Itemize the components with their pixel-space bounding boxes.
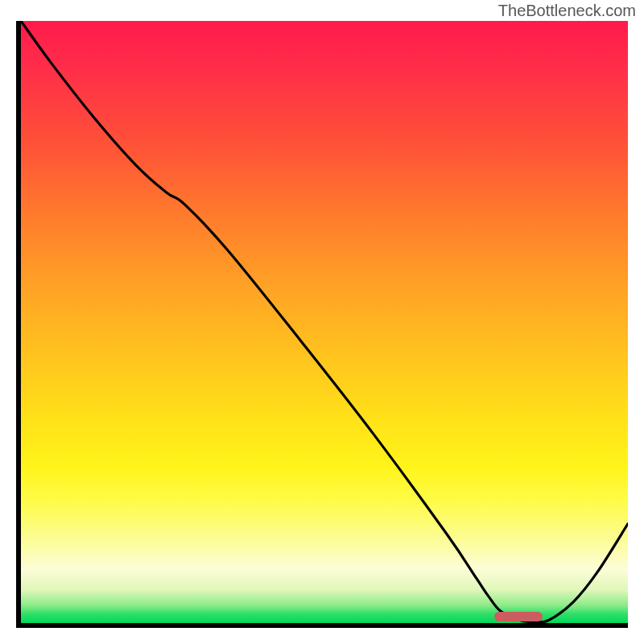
chart-plot-area (16, 21, 628, 628)
optimal-range-marker (494, 612, 543, 621)
chart-background-gradient (21, 21, 628, 623)
attribution-text: TheBottleneck.com (498, 2, 636, 20)
